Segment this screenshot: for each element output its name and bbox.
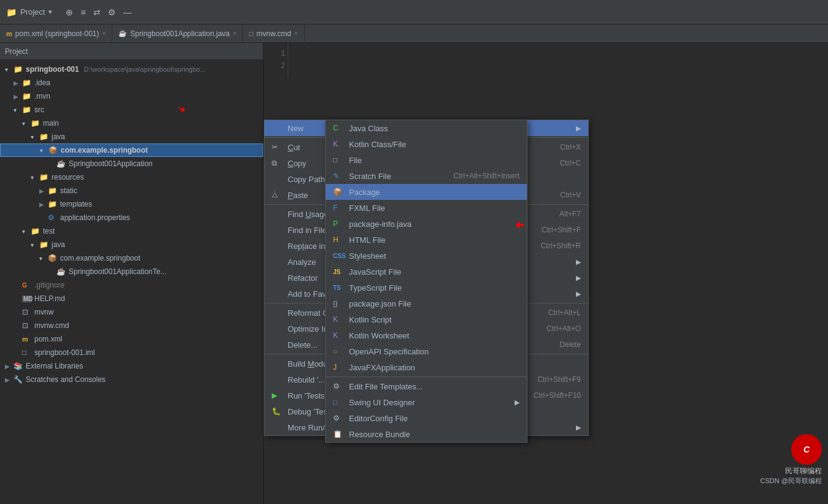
sm-item-edit-templates[interactable]: ⚙ Edit File Templates... bbox=[326, 378, 527, 394]
sm-icon-file: □ bbox=[333, 156, 344, 164]
sm-item-swing-ui[interactable]: □ Swing UI Designer ▶ bbox=[326, 394, 527, 410]
tree-item-app-class[interactable]: ☕ Springboot001Application bbox=[0, 157, 263, 170]
tab-bar: m pom.xml (springboot-001) × ☕ Springboo… bbox=[0, 25, 828, 43]
tab-pom[interactable]: m pom.xml (springboot-001) × bbox=[0, 25, 112, 42]
tree-item-idea[interactable]: ▶ 📁 .idea bbox=[0, 76, 263, 90]
cm-optimize-shortcut: Ctrl+Alt+O bbox=[546, 324, 581, 333]
label-test-java: java bbox=[52, 240, 65, 249]
icon-pom: m bbox=[22, 335, 32, 343]
sm-shortcut-scratch: Ctrl+Alt+Shift+Insert bbox=[453, 172, 519, 180]
sm-label-resource-bundle: Resource Bundle bbox=[349, 430, 519, 439]
project-dropdown-icon[interactable]: ▾ bbox=[48, 8, 52, 16]
arrow-java: ▾ bbox=[31, 134, 39, 140]
tab-pom-close[interactable]: × bbox=[102, 30, 106, 37]
sm-item-fxml[interactable]: F FXML File bbox=[326, 200, 527, 216]
tree-item-gitignore[interactable]: G .gitignore bbox=[0, 278, 263, 292]
sm-label-edit-templates: Edit File Templates... bbox=[349, 382, 519, 391]
settings-icon[interactable]: ⚙ bbox=[108, 7, 116, 17]
label-ext-libs: External Libraries bbox=[26, 362, 83, 370]
sm-item-openapi[interactable]: ○ OpenAPI Specification bbox=[326, 343, 527, 359]
tree-item-test-java[interactable]: ▾ 📁 java bbox=[0, 238, 263, 251]
tree-item-java[interactable]: ▾ 📁 java bbox=[0, 130, 263, 143]
tree-item-pom[interactable]: m pom.xml bbox=[0, 332, 263, 346]
transfer-icon[interactable]: ⇄ bbox=[93, 7, 101, 17]
tab-mvnw[interactable]: □ mvnw.cmd × bbox=[243, 25, 304, 42]
sm-item-html[interactable]: H HTML File bbox=[326, 232, 527, 248]
sm-item-java-class[interactable]: C Java Class bbox=[326, 120, 527, 136]
sm-item-javafx[interactable]: J JavaFXApplication bbox=[326, 359, 527, 375]
sm-icon-kotlin-ws: K bbox=[333, 331, 344, 340]
label-scratches: Scratches and Consoles bbox=[26, 375, 105, 384]
sm-item-stylesheet[interactable]: CSS Stylesheet bbox=[326, 248, 527, 264]
tree-item-test-class[interactable]: ☕ Springboot001ApplicationTe... bbox=[0, 265, 263, 278]
tree-item-help[interactable]: MD HELP.md bbox=[0, 292, 263, 305]
cm-cut-icon: ✂ bbox=[272, 143, 283, 151]
icon-gitignore: G bbox=[22, 282, 32, 289]
cm-debug-icon: 🐛 bbox=[272, 407, 283, 416]
cm-paste-shortcut: Ctrl+V bbox=[560, 191, 581, 199]
cm-analyze-arrow: ▶ bbox=[576, 258, 581, 266]
tree-item-src[interactable]: ▾ 📁 src bbox=[0, 103, 263, 116]
tree-item-mvnw-file[interactable]: ⊡ mvnw bbox=[0, 305, 263, 319]
sm-item-ts[interactable]: TS TypeScript File bbox=[326, 280, 527, 296]
tree-item-templates[interactable]: ▶ 📁 templates bbox=[0, 197, 263, 211]
sm-label-js: JavaScript File bbox=[349, 267, 519, 277]
tree-item-iml[interactable]: □ springboot-001.iml bbox=[0, 346, 263, 359]
cm-more-run-arrow: ▶ bbox=[576, 424, 581, 432]
line-numbers: 1 2 bbox=[264, 43, 288, 77]
sm-item-editorconfig[interactable]: ⚙ EditorConfig File bbox=[326, 410, 527, 426]
minimize-icon[interactable]: — bbox=[123, 7, 132, 17]
sm-item-kotlin-ws[interactable]: K Kotlin Worksheet bbox=[326, 327, 527, 343]
label-mvn: .mvn bbox=[34, 92, 50, 101]
sm-item-kotlin-class[interactable]: K Kotlin Class/File bbox=[326, 136, 527, 152]
sm-label-pkg-info: package-info.java bbox=[349, 220, 519, 229]
tree-item-mvn[interactable]: ▶ 📁 .mvn bbox=[0, 90, 263, 103]
cm-reformat-shortcut: Ctrl+Alt+L bbox=[548, 308, 581, 317]
sm-item-json[interactable]: {} package.json File bbox=[326, 296, 527, 311]
sm-icon-openapi: ○ bbox=[333, 347, 344, 356]
arrow-src: ▾ bbox=[13, 107, 22, 113]
tree-item-root[interactable]: ▾ 📁 springboot-001 D:\workspace\java\spr… bbox=[0, 63, 263, 76]
sm-item-js[interactable]: JS JavaScript File bbox=[326, 264, 527, 280]
icon-src: 📁 bbox=[22, 105, 32, 114]
sm-item-kotlin-script[interactable]: K Kotlin Script bbox=[326, 311, 527, 327]
list-icon[interactable]: ≡ bbox=[80, 7, 85, 17]
globe-icon[interactable]: ⊕ bbox=[66, 7, 73, 17]
icon-package-main: 📦 bbox=[48, 146, 58, 155]
sm-item-package[interactable]: 📦 Package bbox=[326, 184, 527, 200]
icon-resources: 📁 bbox=[39, 173, 49, 181]
icon-mvnw-file: ⊡ bbox=[22, 308, 32, 316]
arrow-ext-libs: ▶ bbox=[5, 363, 13, 370]
label-java: java bbox=[52, 132, 65, 141]
sm-label-package: Package bbox=[349, 188, 519, 197]
tab-app[interactable]: ☕ Springboot001Application.java × bbox=[112, 25, 243, 42]
tree-item-ext-libs[interactable]: ▶ 📚 External Libraries bbox=[0, 359, 263, 373]
label-app-class: Springboot001Application bbox=[69, 159, 153, 168]
label-static: static bbox=[60, 186, 77, 195]
tab-mvnw-close[interactable]: × bbox=[294, 30, 298, 37]
tree-item-test[interactable]: ▾ 📁 test bbox=[0, 224, 263, 238]
tree-item-main[interactable]: ▾ 📁 main bbox=[0, 116, 263, 130]
tree-item-props[interactable]: ⚙ application.properties bbox=[0, 211, 263, 224]
tab-app-close[interactable]: × bbox=[232, 30, 236, 37]
sm-icon-json: {} bbox=[333, 300, 344, 307]
sm-icon-javafx: J bbox=[333, 363, 344, 372]
tree-item-com-example[interactable]: ▾ 📦 com.example.springboot bbox=[0, 143, 263, 157]
sm-item-resource-bundle[interactable]: 📋 Resource Bundle bbox=[326, 426, 527, 442]
tree-item-mvnw-cmd[interactable]: ⊡ mvnw.cmd bbox=[0, 319, 263, 332]
sm-item-scratch[interactable]: ✎ Scratch File Ctrl+Alt+Shift+Insert bbox=[326, 168, 527, 184]
tree-item-resources[interactable]: ▾ 📁 resources bbox=[0, 170, 263, 184]
icon-mvnw-cmd: ⊡ bbox=[22, 321, 32, 330]
cm-run-shortcut: Ctrl+Shift+F10 bbox=[534, 391, 581, 400]
cm-run-icon: ▶ bbox=[272, 391, 283, 400]
tree-item-test-pkg[interactable]: ▾ 📦 com.example.springboot bbox=[0, 251, 263, 265]
sm-item-file[interactable]: □ File bbox=[326, 152, 527, 168]
tree-item-static[interactable]: ▶ 📁 static bbox=[0, 184, 263, 197]
sm-label-ts: TypeScript File bbox=[349, 283, 519, 292]
sm-item-pkg-info[interactable]: P package-info.java bbox=[326, 216, 527, 232]
tree-item-scratches[interactable]: ▶ 🔧 Scratches and Consoles bbox=[0, 373, 263, 386]
cm-delete-shortcut: Delete bbox=[559, 340, 581, 349]
label-mvnw-cmd: mvnw.cmd bbox=[34, 321, 69, 330]
sm-label-kotlin-script: Kotlin Script bbox=[349, 315, 519, 324]
tab-pom-icon: m bbox=[6, 30, 12, 37]
